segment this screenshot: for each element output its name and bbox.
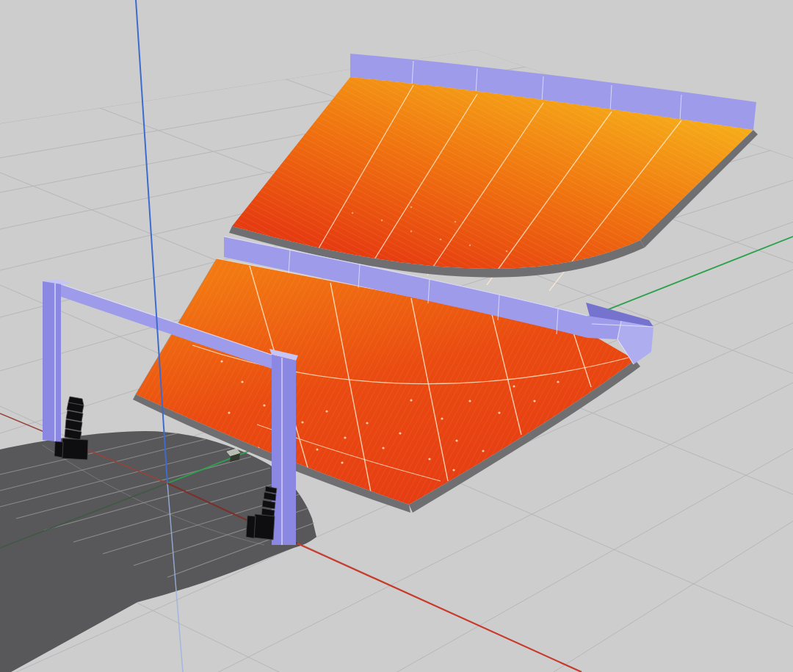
- panel-speckle: [498, 411, 500, 413]
- speaker-cabinet[interactable]: [62, 438, 88, 460]
- panel-speckle: [441, 417, 443, 419]
- panel-speckle: [452, 469, 455, 471]
- panel-speckle: [506, 250, 508, 253]
- panel-speckle: [469, 245, 471, 247]
- panel-speckle: [344, 436, 346, 438]
- panel-speckle: [455, 439, 457, 441]
- panel-speckle: [241, 380, 243, 383]
- panel-speckle: [263, 404, 265, 406]
- panel-speckle: [428, 458, 430, 460]
- panel-speckle: [341, 461, 343, 463]
- panel-speckle: [316, 448, 318, 450]
- right-post[interactable]: [272, 355, 296, 545]
- panel-speckle: [557, 380, 559, 383]
- panel-speckle: [301, 421, 303, 423]
- panel-speckle: [366, 422, 368, 424]
- panel-speckle: [468, 400, 471, 402]
- left-post[interactable]: [43, 281, 61, 442]
- panel-speckle: [228, 411, 230, 413]
- speaker-cabinet[interactable]: [253, 514, 275, 540]
- panel-speckle: [455, 221, 457, 223]
- panel-speckle: [325, 410, 327, 412]
- panel-speckle: [382, 447, 384, 449]
- panel-speckle: [220, 360, 222, 362]
- panel-speckle: [533, 400, 535, 402]
- panel-speckle: [440, 239, 442, 241]
- panel-speckle: [399, 432, 401, 434]
- panel-speckle: [410, 399, 412, 401]
- panel-speckle: [410, 206, 413, 209]
- panel-speckle: [482, 449, 484, 452]
- panel-speckle: [513, 385, 515, 387]
- panel-speckle: [381, 220, 383, 222]
- panel-speckle: [352, 212, 354, 214]
- viewport-canvas[interactable]: [0, 0, 793, 672]
- panel-speckle: [410, 231, 413, 233]
